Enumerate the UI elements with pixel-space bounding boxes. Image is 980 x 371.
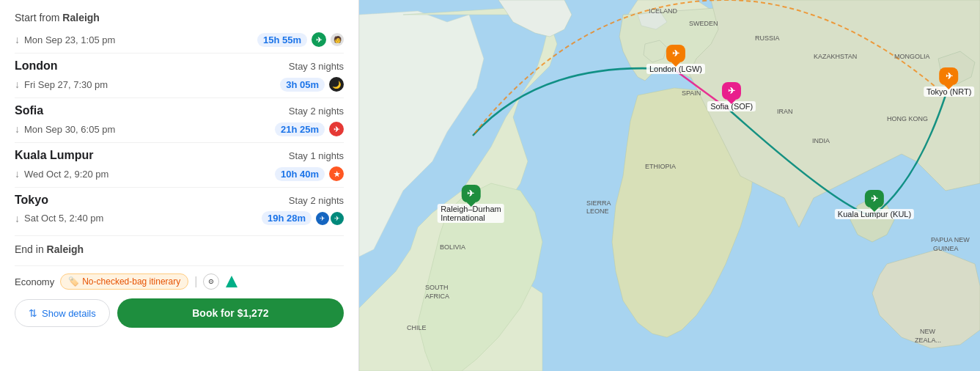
- tokyo-pin-box: ✈: [940, 67, 959, 85]
- cabin-badge: Economy: [15, 276, 54, 287]
- airline-icons-5: ✈ ✈: [316, 212, 344, 225]
- options-row: Economy 🏷️ No-checked-bag itinerary | ⊙: [15, 265, 344, 290]
- itinerary-panel: Start from Raleigh ↓ Mon Sep 23, 1:05 pm…: [0, 0, 359, 371]
- duration-wrap-5: 19h 28m ✈ ✈: [262, 211, 344, 225]
- duration-badge-4: 10h 40m: [275, 167, 325, 181]
- flight-date-3: ↓ Mon Sep 30, 6:05 pm: [15, 123, 115, 135]
- svg-text:INDIA: INDIA: [812, 137, 830, 144]
- svg-text:IRAN: IRAN: [777, 108, 793, 115]
- svg-text:HONG KONG: HONG KONG: [887, 115, 928, 122]
- down-arrow-icon: ↓: [15, 34, 20, 45]
- airline-icon-5a: ✈: [316, 212, 329, 225]
- flight-row-1: ↓ Mon Sep 23, 1:05 pm 15h 55m ✈ 🧑: [15, 29, 344, 50]
- flight-date-2: ↓ Fri Sep 27, 7:30 pm: [15, 78, 108, 90]
- airline-icon-4: ★: [329, 166, 344, 181]
- airline-icon-2: 🌙: [329, 77, 344, 92]
- airline-icon-1: ✈: [312, 32, 326, 47]
- raleigh-pin-box: ✈: [461, 185, 480, 202]
- flight-date-1: ↓ Mon Sep 23, 1:05 pm: [15, 34, 115, 45]
- book-button[interactable]: Book for $1,272: [117, 298, 344, 328]
- flight-row-3: ↓ Mon Sep 30, 6:05 pm 21h 25m ✈: [15, 119, 344, 139]
- partner-kayak-icon: ⊙: [203, 273, 219, 290]
- down-arrow-icon-2: ↓: [15, 78, 20, 90]
- svg-text:ZEALA...: ZEALA...: [915, 337, 941, 344]
- duration-wrap-1: 15h 55m ✈ 🧑: [257, 32, 344, 47]
- svg-text:KAZAKHSTAN: KAZAKHSTAN: [814, 53, 857, 60]
- duration-badge-3: 21h 25m: [275, 122, 325, 136]
- plane-icon-tokyo: ✈: [946, 71, 953, 81]
- duration-badge-1: 15h 55m: [257, 33, 307, 47]
- airline-icon-3: ✈: [329, 122, 344, 136]
- svg-text:ICELAND: ICELAND: [649, 7, 678, 15]
- flight-row-4: ↓ Wed Oct 2, 9:20 pm 10h 40m ★: [15, 164, 344, 184]
- map-pin-tokyo[interactable]: ✈ Tokyo (NRT): [924, 67, 975, 97]
- down-arrow-icon-5: ↓: [15, 213, 20, 224]
- svg-text:BOLIVIA: BOLIVIA: [440, 243, 465, 251]
- flight-date-5: ↓ Sat Oct 5, 2:40 pm: [15, 213, 103, 224]
- airline-icon-1b: 🧑: [331, 33, 344, 46]
- duration-badge-2: 3h 05m: [280, 78, 325, 92]
- map-panel: ICELAND SWEDEN RUSSIA KAZAKHSTAN MONGOLI…: [359, 0, 980, 371]
- destination-kl: Kuala Lumpur Stay 1 nights: [15, 142, 344, 164]
- plane-icon-kl: ✈: [871, 194, 878, 204]
- map-pin-raleigh[interactable]: ✈ Raleigh–DurhamInternational: [438, 185, 504, 223]
- fire-icon: 🏷️: [68, 276, 79, 287]
- svg-text:SPAIN: SPAIN: [682, 89, 701, 97]
- map-pin-london[interactable]: ✈ London (LGW): [646, 45, 705, 74]
- partner-icons: ⊙: [203, 273, 240, 290]
- svg-text:MONGOLIA: MONGOLIA: [894, 53, 930, 60]
- action-row: ⇅ Show details Book for $1,272: [15, 298, 344, 328]
- divider: |: [194, 275, 197, 288]
- airline-icon-5b: ✈: [331, 212, 344, 225]
- svg-text:CHILE: CHILE: [407, 324, 427, 331]
- end-label: End in Raleigh: [15, 235, 344, 255]
- flight-row-2: ↓ Fri Sep 27, 7:30 pm 3h 05m 🌙: [15, 74, 344, 95]
- svg-marker-0: [226, 276, 237, 287]
- svg-text:GUINEA: GUINEA: [933, 245, 959, 252]
- duration-wrap-2: 3h 05m 🌙: [280, 77, 344, 92]
- sofia-pin-box: ✈: [722, 82, 741, 100]
- nobag-badge: 🏷️ No-checked-bag itinerary: [60, 273, 188, 290]
- map-pin-kl[interactable]: ✈ Kuala Lumpur (KUL): [835, 190, 914, 219]
- duration-wrap-3: 21h 25m ✈: [275, 122, 344, 136]
- destination-tokyo: Tokyo Stay 2 nights: [15, 187, 344, 208]
- plane-icon-sofia: ✈: [728, 86, 735, 96]
- svg-text:ETHIOPIA: ETHIOPIA: [645, 163, 676, 170]
- partner-tripadvisor-icon: [224, 273, 240, 290]
- svg-text:AFRICA: AFRICA: [425, 293, 449, 300]
- destination-sofia: Sofia Stay 2 nights: [15, 98, 344, 119]
- destination-london: London Stay 3 nights: [15, 53, 344, 74]
- london-pin-box: ✈: [666, 45, 685, 62]
- plane-icon: ✈: [467, 188, 474, 199]
- flight-date-4: ↓ Wed Oct 2, 9:20 pm: [15, 168, 108, 180]
- svg-text:SOUTH: SOUTH: [425, 284, 449, 291]
- svg-text:RUSSIA: RUSSIA: [755, 34, 780, 42]
- svg-text:LEONE: LEONE: [586, 207, 609, 215]
- duration-badge-5: 19h 28m: [262, 211, 312, 225]
- down-arrow-icon-4: ↓: [15, 168, 20, 180]
- kl-pin-box: ✈: [865, 190, 884, 207]
- map-pin-sofia[interactable]: ✈ Sofia (SOF): [707, 82, 756, 111]
- svg-text:SWEDEN: SWEDEN: [689, 20, 718, 27]
- start-label: Start from Raleigh: [15, 12, 344, 23]
- svg-text:SIERRA: SIERRA: [586, 199, 611, 207]
- show-details-button[interactable]: ⇅ Show details: [15, 299, 110, 327]
- chevron-icon: ⇅: [29, 307, 37, 319]
- down-arrow-icon-3: ↓: [15, 123, 20, 135]
- svg-text:PAPUA NEW: PAPUA NEW: [931, 236, 970, 243]
- plane-icon-london: ✈: [672, 48, 679, 59]
- flight-row-5: ↓ Sat Oct 5, 2:40 pm 19h 28m ✈ ✈: [15, 208, 344, 228]
- duration-wrap-4: 10h 40m ★: [275, 166, 344, 181]
- svg-text:NEW: NEW: [920, 328, 936, 335]
